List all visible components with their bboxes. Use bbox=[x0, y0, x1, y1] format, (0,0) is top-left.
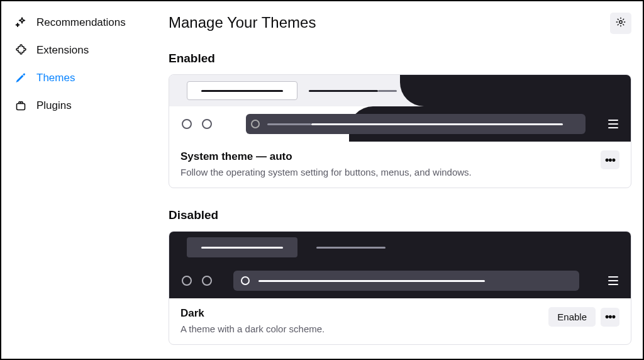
enable-button[interactable]: Enable bbox=[548, 307, 596, 327]
svg-rect-0 bbox=[17, 104, 25, 110]
sidebar-item-label: Extensions bbox=[36, 44, 89, 57]
theme-preview-auto[interactable] bbox=[169, 75, 631, 142]
sidebar-item-label: Plugins bbox=[36, 99, 72, 112]
gear-icon bbox=[615, 16, 626, 30]
main-header: Manage Your Themes bbox=[169, 13, 631, 34]
themes-icon bbox=[14, 71, 28, 85]
ellipsis-icon: ••• bbox=[605, 154, 615, 167]
more-options-button[interactable]: ••• bbox=[601, 150, 619, 169]
extensions-icon bbox=[14, 43, 28, 57]
sidebar-item-themes[interactable]: Themes bbox=[1, 64, 152, 92]
sidebar-item-plugins[interactable]: Plugins bbox=[1, 92, 152, 120]
main-content: Manage Your Themes Enabled bbox=[152, 1, 643, 359]
theme-preview-dark[interactable] bbox=[169, 232, 631, 298]
sidebar-item-label: Themes bbox=[36, 72, 75, 84]
theme-description: Follow the operating system setting for … bbox=[180, 167, 601, 177]
plugins-icon bbox=[14, 99, 28, 113]
page-title: Manage Your Themes bbox=[169, 14, 316, 31]
svg-point-1 bbox=[619, 21, 623, 24]
theme-title: System theme — auto bbox=[180, 150, 601, 163]
sidebar-item-label: Recommendations bbox=[36, 16, 126, 29]
theme-title: Dark bbox=[180, 307, 548, 320]
theme-card-enabled: System theme — auto Follow the operating… bbox=[169, 74, 631, 188]
enabled-heading: Enabled bbox=[169, 52, 631, 65]
hamburger-icon bbox=[608, 276, 618, 285]
settings-button[interactable] bbox=[610, 13, 631, 34]
hamburger-icon bbox=[608, 120, 618, 128]
ellipsis-icon: ••• bbox=[605, 310, 615, 323]
theme-description: A theme with a dark color scheme. bbox=[180, 323, 548, 334]
sidebar-item-recommendations[interactable]: Recommendations bbox=[1, 9, 152, 37]
disabled-heading: Disabled bbox=[169, 208, 631, 222]
theme-card-dark: Dark A theme with a dark color scheme. E… bbox=[169, 231, 631, 345]
sidebar: Recommendations Extensions Themes Plugin… bbox=[1, 1, 152, 359]
sidebar-item-extensions[interactable]: Extensions bbox=[1, 37, 152, 64]
recommendations-icon bbox=[14, 16, 28, 30]
more-options-button[interactable]: ••• bbox=[601, 308, 619, 327]
